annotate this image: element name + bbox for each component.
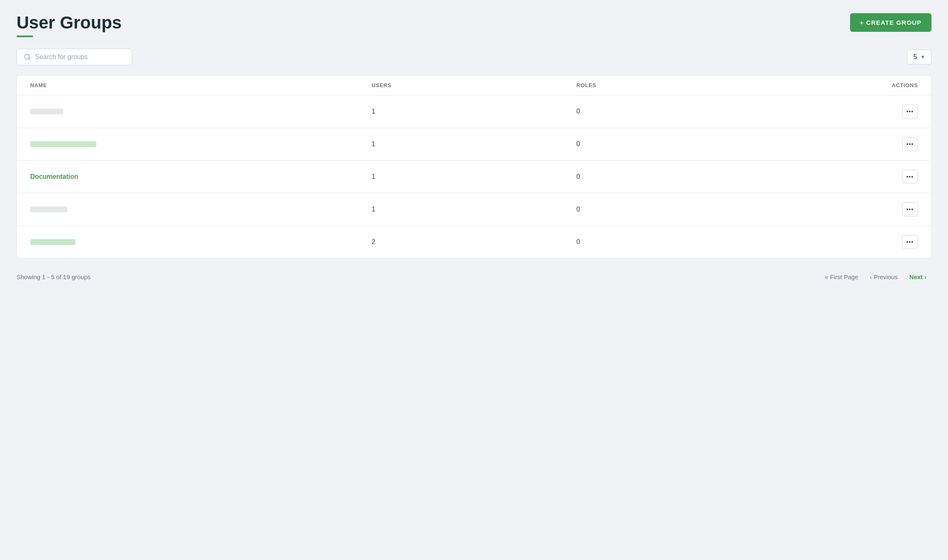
more-button-4[interactable]: ••• xyxy=(902,202,918,216)
page-title: User Groups xyxy=(17,13,121,32)
table-row: 2 0 ••• xyxy=(17,226,931,258)
cell-users-2: 1 xyxy=(372,140,576,148)
cell-roles-1: 0 xyxy=(576,108,781,115)
cell-roles-2: 0 xyxy=(576,140,781,148)
cell-name-5 xyxy=(30,239,372,245)
group-name-link-documentation[interactable]: Documentation xyxy=(30,173,78,180)
cell-name-2 xyxy=(30,141,372,147)
name-placeholder-4 xyxy=(30,206,67,212)
table-row: 1 0 ••• xyxy=(17,95,931,128)
next-button[interactable]: Next › xyxy=(904,270,931,284)
title-block: User Groups xyxy=(17,13,121,37)
col-header-actions: ACTIONS xyxy=(781,82,918,88)
more-button-3[interactable]: ••• xyxy=(902,170,918,184)
cell-roles-3: 0 xyxy=(576,173,781,180)
pagination-bar: Showing 1 - 5 of 19 groups « First Page … xyxy=(17,270,931,284)
cell-users-4: 1 xyxy=(372,206,576,213)
create-group-button[interactable]: + CREATE GROUP xyxy=(850,13,931,32)
more-button-5[interactable]: ••• xyxy=(902,235,918,249)
table-container: NAME USERS ROLES ACTIONS 1 0 ••• 1 0 •••… xyxy=(17,75,931,259)
cell-roles-4: 0 xyxy=(576,206,781,213)
col-header-roles: ROLES xyxy=(576,82,781,88)
actions-cell-5: ••• xyxy=(781,235,918,249)
cell-users-5: 2 xyxy=(372,238,576,246)
cell-roles-5: 0 xyxy=(576,238,781,246)
search-icon xyxy=(24,53,31,61)
name-placeholder-1 xyxy=(30,109,63,114)
toolbar: 5 ▼ xyxy=(17,49,931,65)
cell-users-3: 1 xyxy=(372,173,576,180)
name-placeholder-5 xyxy=(30,239,76,245)
table-row: Documentation 1 0 ••• xyxy=(17,161,931,193)
page-header: User Groups + CREATE GROUP xyxy=(17,13,931,37)
name-placeholder-2 xyxy=(30,141,96,147)
previous-button[interactable]: ‹ Previous xyxy=(865,270,903,284)
col-header-name: NAME xyxy=(30,82,372,88)
svg-line-1 xyxy=(29,59,30,60)
table-row: 1 0 ••• xyxy=(17,128,931,161)
table-row: 1 0 ••• xyxy=(17,193,931,226)
per-page-value: 5 xyxy=(913,53,917,61)
more-button-2[interactable]: ••• xyxy=(902,137,918,151)
per-page-select[interactable]: 5 ▼ xyxy=(907,50,931,64)
first-page-button[interactable]: « First Page xyxy=(820,270,863,284)
actions-cell-1: ••• xyxy=(781,104,918,119)
title-underline xyxy=(17,36,33,37)
more-button-1[interactable]: ••• xyxy=(902,104,918,119)
cell-users-1: 1 xyxy=(372,108,576,115)
actions-cell-4: ••• xyxy=(781,202,918,216)
cell-name-1 xyxy=(30,109,372,114)
cell-name-4 xyxy=(30,206,372,212)
table-header: NAME USERS ROLES ACTIONS xyxy=(17,76,931,95)
pagination-controls: « First Page ‹ Previous Next › xyxy=(820,270,931,284)
showing-text: Showing 1 - 5 of 19 groups xyxy=(17,273,91,280)
actions-cell-3: ••• xyxy=(781,170,918,184)
col-header-users: USERS xyxy=(372,82,576,88)
search-wrapper xyxy=(17,49,132,65)
chevron-down-icon: ▼ xyxy=(920,54,925,60)
search-input[interactable] xyxy=(35,53,125,61)
cell-name-3: Documentation xyxy=(30,173,372,180)
actions-cell-2: ••• xyxy=(781,137,918,151)
